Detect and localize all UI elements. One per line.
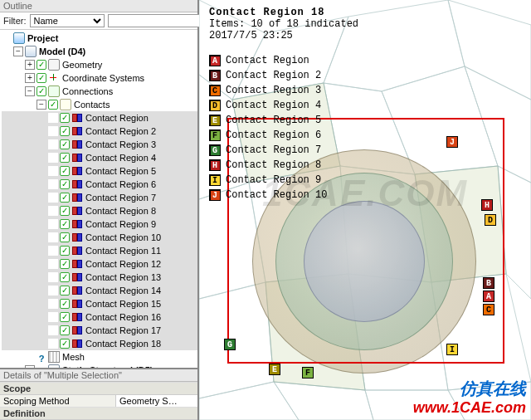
callout-label[interactable]: F: [302, 367, 314, 378]
legend-item[interactable]: DContact Region 4: [209, 98, 327, 113]
mesh-icon: [48, 351, 60, 363]
check-icon: ✓: [60, 166, 70, 176]
model-icon: [25, 46, 37, 57]
tree-contact-region[interactable]: ✓Contact Region 14: [2, 284, 197, 297]
expander-icon[interactable]: +: [25, 60, 35, 70]
tree-contact-region[interactable]: ✓Contact Region 2: [2, 125, 197, 138]
callout-label[interactable]: A: [483, 291, 494, 302]
contact-icon: [71, 298, 83, 310]
legend-item[interactable]: AContact Region: [209, 53, 327, 68]
callout-label[interactable]: E: [269, 364, 280, 375]
details-row-value[interactable]: Geometry S…: [116, 395, 197, 407]
legend-label: Contact Region: [226, 55, 309, 66]
contact-icon: [71, 192, 83, 203]
watermark-cn: 仿真在线: [460, 378, 526, 400]
tree-project[interactable]: Project: [2, 32, 197, 45]
tree-item-label: Contact Region 6: [85, 178, 156, 191]
filter-label: Filter:: [3, 16, 27, 26]
contact-icon: [71, 218, 83, 230]
legend-timestamp: 2017/7/5 23:25: [209, 30, 358, 42]
expander-icon[interactable]: −: [25, 86, 35, 96]
viewport[interactable]: 1CAE.COM Contact Region 18 Items: 10 of …: [199, 0, 531, 420]
legend-swatch: E: [209, 115, 221, 126]
details-row[interactable]: Scoping Method Geometry S…: [0, 395, 197, 408]
tree-connections[interactable]: − ✓ Connections: [2, 85, 197, 98]
legend-label: Contact Region 2: [226, 70, 321, 81]
tree-item-label: Contact Region 3: [85, 138, 156, 151]
tree-contacts[interactable]: − ✓ Contacts: [2, 98, 197, 111]
legend-item[interactable]: IContact Region 9: [209, 173, 327, 188]
tree-coordinate-systems[interactable]: + ✓ Coordinate Systems: [2, 71, 197, 85]
legend-swatch: A: [209, 55, 221, 66]
check-icon: ✓: [60, 139, 70, 149]
tree-contact-region[interactable]: ✓Contact Region 12: [2, 257, 197, 271]
tree-item-label: Contact Region 11: [85, 244, 161, 257]
tree-contact-region[interactable]: ✓Contact Region 6: [2, 178, 197, 191]
legend-item[interactable]: HContact Region 8: [209, 158, 327, 173]
tree-item-label: Contact Region 2: [85, 125, 156, 138]
legend-item[interactable]: EContact Region 5: [209, 113, 327, 128]
tree-item-label: Contact Region 16: [85, 310, 161, 324]
tree-contact-region[interactable]: ✓Contact Region 7: [2, 191, 197, 204]
tree-contact-region[interactable]: ✓Contact Region 9: [2, 217, 197, 231]
details-definition-header[interactable]: Definition: [0, 408, 197, 420]
coord-icon: [48, 72, 60, 84]
tree-item-label: Contact Region 14: [85, 284, 161, 297]
tree-item-label: Contact Region 9: [85, 217, 156, 231]
details-scope-header[interactable]: Scope: [0, 383, 197, 395]
legend-item[interactable]: FContact Region 6: [209, 128, 327, 143]
callout-label[interactable]: H: [481, 199, 493, 211]
callout-label[interactable]: C: [483, 304, 494, 315]
callout-label[interactable]: G: [224, 339, 236, 350]
tree-contact-region[interactable]: ✓Contact Region 4: [2, 151, 197, 164]
check-icon: ✓: [60, 272, 70, 282]
tree-contact-region[interactable]: ✓Contact Region 16: [2, 310, 197, 324]
legend-title: Contact Region 18: [209, 7, 358, 18]
tree-contact-region[interactable]: ✓Contact Region 17: [2, 324, 197, 337]
tree-contact-region[interactable]: ✓Contact Region 10: [2, 231, 197, 244]
legend-item[interactable]: CContact Region 3: [209, 83, 327, 98]
project-icon: [13, 32, 25, 44]
check-icon: ✓: [60, 299, 70, 309]
check-icon: ✓: [60, 193, 70, 203]
outline-title: Outline: [0, 0, 197, 12]
callout-label[interactable]: J: [446, 136, 458, 148]
check-icon: ✓: [60, 126, 70, 136]
tree-contact-region[interactable]: ✓Contact Region 3: [2, 138, 197, 151]
callout-label[interactable]: B: [483, 277, 494, 289]
filter-select[interactable]: Name: [30, 14, 105, 27]
legend-swatch: H: [209, 159, 221, 171]
check-icon: ✓: [60, 325, 70, 335]
tree-item-label: Contact Region 8: [85, 204, 156, 217]
expander-icon[interactable]: +: [25, 73, 35, 83]
callout-label[interactable]: I: [446, 344, 458, 355]
tree-contact-region[interactable]: ✓Contact Region 8: [2, 204, 197, 217]
tree-geometry[interactable]: + ✓ Geometry: [2, 58, 197, 71]
legend-swatch: J: [209, 189, 221, 201]
tree-item-label: Contact Region 15: [85, 297, 161, 310]
tree-contact-region[interactable]: ✓Contact Region 18: [2, 337, 197, 350]
expander-icon[interactable]: −: [37, 100, 46, 110]
callout-label[interactable]: D: [485, 214, 496, 226]
tree-model[interactable]: − Model (D4): [2, 45, 197, 58]
tree[interactable]: Project − Model (D4) + ✓ Geometry + ✓: [0, 30, 197, 368]
tree-item-label: Contact Region 4: [85, 151, 156, 164]
tree-contact-region[interactable]: ✓Contact Region 15: [2, 297, 197, 310]
tree-contact-region[interactable]: ✓Contact Region 11: [2, 244, 197, 257]
legend-swatch: C: [209, 85, 221, 96]
geometry-icon: [48, 59, 60, 71]
tree-contact-region[interactable]: ✓Contact Region: [2, 111, 197, 125]
legend-swatch: B: [209, 70, 221, 81]
check-icon: ✓: [60, 232, 70, 242]
tree-contact-region[interactable]: ✓Contact Region 5: [2, 164, 197, 178]
expander-icon[interactable]: −: [13, 46, 23, 56]
legend-item[interactable]: BContact Region 2: [209, 68, 327, 83]
legend-label: Contact Region 5: [226, 115, 321, 126]
legend-item[interactable]: JContact Region 10: [209, 188, 327, 203]
legend-item[interactable]: GContact Region 7: [209, 143, 327, 158]
tree-item-label: Contact Region 18: [85, 337, 161, 350]
legend-label: Contact Region 7: [226, 144, 321, 156]
tree-contact-region[interactable]: ✓Contact Region 13: [2, 271, 197, 284]
legend-list: AContact RegionBContact Region 2CContact…: [209, 53, 327, 203]
tree-mesh[interactable]: ? Mesh: [2, 350, 197, 364]
